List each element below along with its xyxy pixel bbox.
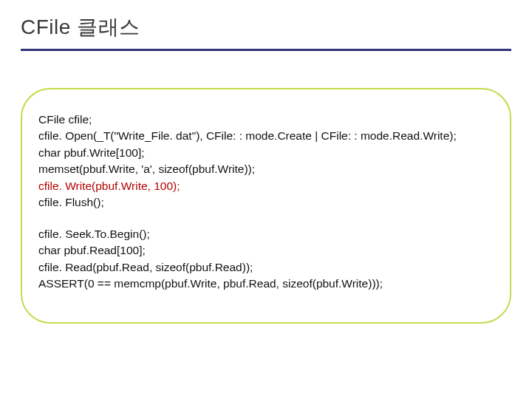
blank-line: [38, 211, 494, 226]
code-panel: CFile cfile;cfile. Open(_T("Write_File. …: [21, 88, 511, 324]
code-line: cfile. Read(pbuf.Read, sizeof(pbuf.Read)…: [38, 259, 494, 276]
code-line: memset(pbuf.Write, 'a', sizeof(pbuf.Writ…: [38, 161, 494, 177]
slide: CFile 클래스 CFile cfile;cfile. Open(_T("Wr…: [0, 0, 532, 399]
code-line: cfile. Flush();: [38, 194, 494, 211]
code-line: cfile. Open(_T("Write_File. dat"), CFile…: [38, 128, 494, 144]
code-block-1: CFile cfile;cfile. Open(_T("Write_File. …: [38, 112, 494, 211]
page-title: CFile 클래스: [21, 13, 511, 46]
code-line: cfile. Write(pbuf.Write, 100);: [38, 178, 494, 194]
code-line: char pbuf.Read[100];: [38, 242, 494, 259]
code-line: ASSERT(0 == memcmp(pbuf.Write, pbuf.Read…: [38, 276, 494, 292]
code-block-2: cfile. Seek.To.Begin();char pbuf.Read[10…: [38, 226, 494, 293]
code-line: char pbuf.Write[100];: [38, 145, 494, 161]
title-underline: [21, 49, 511, 51]
code-line: cfile. Seek.To.Begin();: [38, 226, 494, 242]
code-line: CFile cfile;: [38, 112, 494, 128]
